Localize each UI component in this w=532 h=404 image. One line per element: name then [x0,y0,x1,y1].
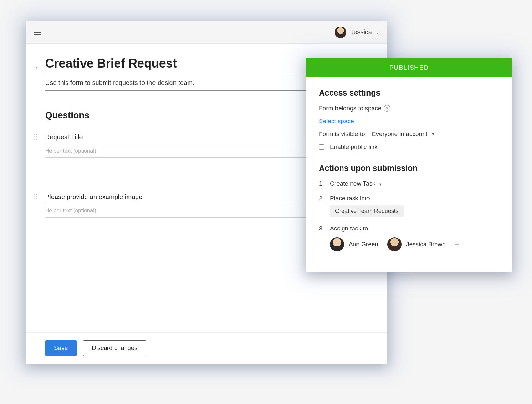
select-space-link[interactable]: Select space [319,118,354,125]
help-icon[interactable]: ? [384,105,390,112]
action-place-task: 2. Place task into Creative Team Request… [319,195,499,217]
assignee-chip[interactable]: Ann Green [330,237,378,251]
discard-button[interactable]: Discard changes [83,340,146,356]
drag-handle-icon[interactable] [34,134,37,140]
topbar: Jessica ⌄ [26,21,387,44]
add-assignee-button[interactable]: + [455,239,459,250]
chevron-down-icon: ⌄ [376,30,380,35]
avatar [387,237,402,251]
status-banner: PUBLISHED [306,58,512,77]
place-task-label: Place task into [330,195,370,202]
assign-task-label: Assign task to [330,225,368,232]
checkbox-icon [319,144,324,150]
avatar [330,237,344,251]
avatar [335,27,346,38]
public-link-checkbox[interactable]: Enable public link [319,144,499,151]
folder-chip[interactable]: Creative Team Requests [330,205,404,217]
settings-panel: PUBLISHED Access settings Form belongs t… [306,58,512,272]
user-name: Jessica [350,28,372,36]
assignee-chip[interactable]: Jessica Brown [387,237,446,251]
form-belongs-label: Form belongs to space ? [319,105,499,112]
user-menu[interactable]: Jessica ⌄ [335,27,380,38]
footer: Save Discard changes [26,332,387,364]
drag-handle-icon[interactable] [34,194,37,199]
caret-down-icon: ▼ [378,182,382,186]
action-assign-task: 3. Assign task to Ann Green Jessica Brow… [319,225,499,251]
actions-heading: Actions upon submission [319,164,499,173]
action-create-task[interactable]: 1. Create new Task ▼ [319,180,499,187]
visibility-dropdown[interactable]: Form is visible to Everyone in account ▼ [319,131,499,138]
access-settings-heading: Access settings [319,88,499,98]
save-button[interactable]: Save [45,340,77,356]
back-icon[interactable]: ‹ [36,64,38,72]
menu-icon[interactable] [34,30,41,35]
caret-down-icon: ▼ [431,132,435,136]
